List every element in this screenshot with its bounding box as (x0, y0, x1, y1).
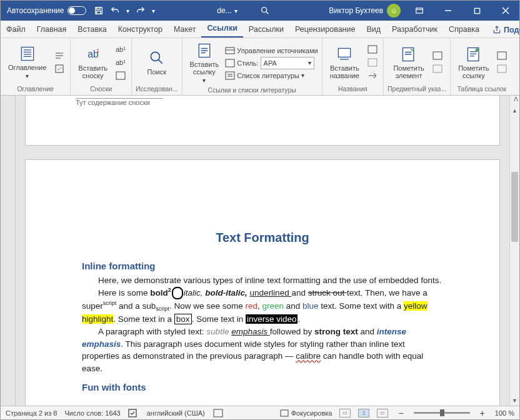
tab-view[interactable]: Вид (361, 22, 386, 38)
account-button[interactable]: Виктор Бухтеев ☺ (329, 4, 401, 18)
toggle-switch[interactable] (68, 6, 86, 15)
share-button[interactable]: Поделиться (485, 22, 520, 38)
docname-dropdown-icon: ▾ (234, 8, 238, 14)
insert-index-icon[interactable] (431, 49, 444, 62)
status-bar: Страница 2 из 8 Число слов: 1643 английс… (1, 406, 519, 419)
svg-rect-1 (97, 8, 100, 9)
accessibility-icon[interactable] (212, 409, 224, 418)
search-button[interactable]: Поиск (140, 48, 174, 77)
group-index: Пометить элемент Предметный указ... (384, 38, 451, 95)
title-bar: Автосохранение ▾ ▾ de... ▾ (1, 1, 519, 21)
tab-layout[interactable]: Макет (168, 22, 201, 38)
close-button[interactable] (492, 1, 519, 21)
para-2: Here is some bold2italic, bold-italic, u… (82, 286, 443, 326)
web-layout-icon[interactable]: ▭ (377, 409, 388, 418)
search-icon[interactable] (260, 6, 270, 16)
svg-rect-9 (21, 48, 33, 61)
autosave-toggle[interactable]: Автосохранение (7, 6, 86, 15)
zoom-out-button[interactable]: − (396, 408, 406, 418)
undo-dropdown-icon[interactable]: ▾ (126, 8, 129, 14)
svg-rect-2 (97, 11, 101, 14)
update-toa-icon[interactable] (495, 62, 509, 75)
print-layout-icon[interactable]: ▯ (358, 409, 369, 418)
tab-developer[interactable]: Разработчик (386, 22, 443, 38)
save-icon[interactable] (94, 6, 104, 16)
svg-rect-40 (498, 52, 506, 59)
update-tof-icon[interactable] (366, 56, 379, 69)
zoom-slider[interactable] (414, 412, 470, 414)
document-name[interactable]: de... ▾ (217, 6, 237, 15)
bibliography-button[interactable]: Список литературы▾ (225, 71, 318, 80)
group-toc: Оглавление▾ Оглавление (1, 38, 71, 95)
status-page[interactable]: Страница 2 из 8 (6, 409, 57, 417)
group-toa: Пометить ссылку Таблица ссылок (451, 38, 512, 95)
svg-rect-34 (368, 59, 377, 66)
insert-footnote-button[interactable]: ab1 Вставить сноску (74, 44, 111, 81)
vertical-scrollbar[interactable]: ᐱ ▲ ▼ (509, 96, 519, 406)
tab-review[interactable]: Рецензирование (289, 22, 361, 38)
qat-customize-icon[interactable]: ▾ (152, 8, 155, 14)
insert-citation-button[interactable]: Вставить ссылку▾ (186, 41, 223, 85)
svg-rect-43 (214, 409, 222, 417)
page-1-tail: Тут содержание сноски (25, 96, 500, 146)
svg-rect-44 (281, 410, 288, 416)
svg-point-23 (151, 52, 159, 61)
doc-title: Text Formatting (82, 229, 443, 247)
svg-rect-41 (498, 65, 506, 72)
status-language[interactable]: английский (США) (147, 409, 205, 417)
scroll-thumb[interactable] (511, 172, 518, 242)
heading-inline: Inline formatting (82, 259, 443, 273)
tab-help[interactable]: Справка (443, 22, 485, 38)
citation-style-select[interactable]: Стиль: APA▾ (225, 57, 318, 69)
para-3: A paragraph with styled text: subtle emp… (82, 326, 443, 374)
svg-rect-37 (433, 65, 442, 72)
mark-citation-button[interactable]: Пометить ссылку (454, 44, 492, 81)
scroll-down-icon[interactable]: ▼ (510, 396, 519, 406)
undo-icon[interactable] (110, 6, 120, 16)
update-index-icon[interactable] (431, 62, 444, 75)
insert-endnote-icon[interactable]: ab¹ (114, 43, 128, 56)
collapse-ribbon-icon[interactable]: ᐱ (510, 96, 519, 106)
document-area[interactable]: Тут содержание сноски Text Formatting In… (16, 96, 509, 406)
user-name: Виктор Бухтеев (329, 6, 383, 15)
page-2[interactable]: Text Formatting Inline formatting Here, … (25, 159, 500, 406)
show-notes-icon[interactable] (114, 69, 128, 82)
toc-button[interactable]: Оглавление▾ (4, 44, 50, 81)
maximize-button[interactable] (463, 1, 491, 21)
cross-ref-icon[interactable] (366, 69, 379, 82)
redo-icon[interactable] (136, 6, 146, 16)
next-footnote-icon[interactable]: ab¹ (114, 56, 128, 69)
update-toc-icon[interactable] (52, 62, 66, 75)
read-mode-icon[interactable]: ▭ (339, 409, 351, 418)
tab-file[interactable]: Файл (1, 22, 31, 38)
svg-text:ab¹: ab¹ (116, 59, 126, 66)
zoom-value[interactable]: 100 % (495, 409, 514, 417)
svg-text:1: 1 (96, 47, 99, 53)
heading-fonts: Fun with fonts (82, 381, 443, 394)
scroll-up-icon[interactable]: ▲ (510, 106, 519, 116)
svg-point-39 (475, 48, 478, 51)
tab-references[interactable]: Ссылки (201, 21, 242, 38)
insert-tof-icon[interactable] (366, 43, 379, 56)
group-research: Поиск Исследован... (132, 38, 182, 95)
avatar-icon: ☺ (387, 4, 401, 18)
group-footnotes: ab1 Вставить сноску ab¹ ab¹ Сноски (71, 38, 132, 95)
tab-mailings[interactable]: Рассылки (243, 22, 289, 38)
insert-toa-icon[interactable] (495, 49, 509, 62)
tab-design[interactable]: Конструктор (112, 22, 168, 38)
focus-mode-button[interactable]: Фокусировка (280, 409, 332, 417)
mark-entry-button[interactable]: Пометить элемент (389, 44, 428, 81)
group-citations: Вставить ссылку▾ Управление источниками … (182, 38, 322, 95)
spellcheck-icon[interactable] (128, 409, 139, 418)
add-text-icon[interactable] (52, 49, 66, 62)
ribbon-options-icon[interactable] (406, 1, 433, 21)
status-words[interactable]: Число слов: 1643 (64, 409, 120, 417)
insert-caption-button[interactable]: Вставить название (326, 44, 363, 81)
minimize-button[interactable] (434, 1, 462, 21)
autosave-label: Автосохранение (7, 6, 64, 15)
svg-rect-33 (368, 46, 377, 53)
zoom-in-button[interactable]: + (478, 408, 488, 418)
manage-sources-button[interactable]: Управление источниками (225, 46, 318, 55)
tab-insert[interactable]: Вставка (72, 22, 112, 38)
tab-home[interactable]: Главная (31, 22, 72, 38)
